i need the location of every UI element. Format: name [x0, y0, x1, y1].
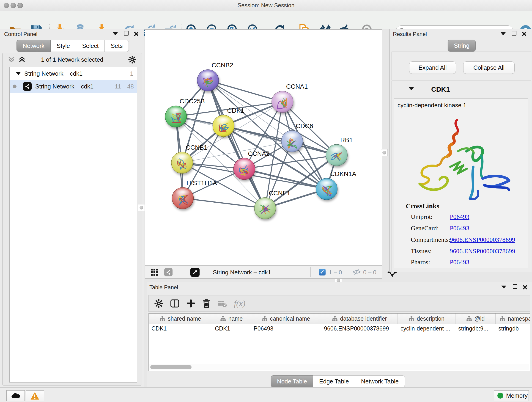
network-node-RB1[interactable]: RB1: [326, 136, 353, 166]
column-label: canonical name: [270, 315, 310, 322]
column-label: name: [228, 315, 243, 322]
cell-database-identifier[interactable]: 9606.ENSP00000378699: [321, 324, 398, 333]
show-columns-icon[interactable]: [170, 299, 179, 308]
memory-button[interactable]: Memory: [494, 390, 529, 401]
crosslink-tissues-link[interactable]: 9606.ENSP00000378699: [450, 248, 515, 255]
table-header-row: shared name name canon: [149, 313, 530, 324]
cell-canonical-name[interactable]: P06493: [251, 324, 321, 333]
function-builder-button: f(x): [234, 299, 245, 308]
tab-string[interactable]: String: [448, 40, 476, 51]
column-header-name[interactable]: name: [212, 313, 251, 324]
node-label-CDC25B: CDC25B: [180, 98, 205, 105]
cell-description[interactable]: cyclin-dependent ...: [398, 324, 456, 333]
table-panel-close-icon[interactable]: [522, 285, 527, 289]
node-label-CCNA2: CCNA2: [248, 150, 270, 157]
network-node-CDK1[interactable]: CDK1: [213, 107, 244, 137]
string-network-graph: CCNB2CCNA1CDC25BCDK1CDC6RB1CCNB1CCNA2CDK…: [145, 30, 382, 265]
create-column-plus-icon[interactable]: [186, 299, 196, 308]
results-panel-title: Results Panel: [393, 31, 427, 37]
string-view-icon[interactable]: [164, 268, 172, 276]
column-type-icon: [409, 316, 414, 322]
crosslink-compartments-link[interactable]: 9606.ENSP00000378699: [450, 236, 515, 243]
collection-expand-caret-icon[interactable]: [16, 72, 21, 75]
view-toolbar-separator: [348, 267, 348, 277]
grid-view-icon[interactable]: [151, 268, 158, 276]
control-panel-float-icon[interactable]: [124, 31, 128, 36]
network-node-CCNE1[interactable]: CCNE1: [254, 190, 291, 219]
node-label-CCNE1: CCNE1: [269, 190, 291, 197]
tab-node-table[interactable]: Node Table: [271, 375, 313, 387]
network-node-CCNA1[interactable]: CCNA1: [272, 83, 308, 113]
cloud-button[interactable]: [6, 390, 25, 401]
left-splitter-handle[interactable]: [138, 204, 145, 211]
column-header-id[interactable]: @id: [456, 313, 496, 324]
crosslink-genecard-link[interactable]: P06493: [450, 225, 469, 232]
scrollbar-thumb[interactable]: [150, 365, 191, 369]
selected-items-checkbox[interactable]: ✓: [319, 269, 326, 275]
results-panel-float-icon[interactable]: [512, 31, 516, 36]
table-panel-float-icon[interactable]: [513, 284, 517, 289]
tab-edge-table[interactable]: Edge Table: [313, 375, 355, 387]
column-header-namespace[interactable]: namespace: [496, 313, 530, 324]
network-edge-HIST1H1A-CCNE1[interactable]: [183, 198, 265, 208]
control-panel-close-icon[interactable]: [133, 32, 138, 36]
view-toolbar-separator: [181, 267, 181, 277]
network-collection-row[interactable]: String Network – cdk1 1: [10, 67, 137, 80]
warning-button[interactable]: [26, 390, 44, 401]
network-row-selected[interactable]: String Network – cdk1 11 48: [10, 80, 137, 93]
cell-namespace[interactable]: stringdb: [496, 324, 530, 333]
table-options-gear-icon[interactable]: [154, 299, 163, 308]
expand-all-button[interactable]: Expand All: [409, 61, 456, 74]
window-title: Session: New Session: [0, 0, 532, 11]
column-label: @id: [475, 315, 485, 322]
column-header-description[interactable]: description: [398, 313, 456, 324]
collapse-all-button[interactable]: Collapse All: [463, 61, 515, 74]
view-toolbar-separator: [310, 267, 311, 277]
column-type-icon: [466, 316, 472, 322]
node-label-RB1: RB1: [340, 136, 353, 143]
hidden-items-eye-icon[interactable]: [353, 269, 361, 275]
control-panel-title: Control Panel: [4, 31, 37, 37]
delete-column-trash-icon[interactable]: [202, 299, 211, 308]
protein-collapse-caret-icon[interactable]: [409, 87, 414, 90]
results-panel-tabs: String: [448, 40, 476, 51]
network-node-HIST1H1A[interactable]: HIST1H1A: [172, 179, 217, 209]
column-header-canonical-name[interactable]: canonical name: [251, 313, 321, 324]
right-splitter-handle[interactable]: [381, 149, 388, 156]
tab-sets[interactable]: Sets: [105, 40, 129, 52]
cell-shared-name[interactable]: CDK1: [149, 324, 212, 333]
cell-name[interactable]: CDK1: [212, 324, 251, 333]
tab-select[interactable]: Select: [76, 40, 105, 52]
crosslink-label: GeneCard:: [411, 225, 438, 232]
network-list: String Network – cdk1 1 String Network –…: [9, 67, 137, 383]
table-panel-menu-icon[interactable]: [501, 286, 506, 288]
column-header-database-identifier[interactable]: database identifier: [321, 313, 398, 324]
network-canvas[interactable]: CCNB2CCNA1CDC25BCDK1CDC6RB1CCNB1CCNA2CDK…: [145, 29, 382, 265]
network-options-gear-icon[interactable]: [128, 56, 136, 64]
tab-network[interactable]: Network: [17, 40, 51, 52]
crosslink-uniprot-link[interactable]: P06493: [450, 213, 469, 220]
tab-style[interactable]: Style: [51, 40, 76, 52]
string-network-icon: [23, 82, 32, 91]
network-edge-CDK1-RB1[interactable]: [223, 126, 336, 155]
column-type-icon: [262, 316, 268, 322]
main-toolbar: ?: [0, 11, 532, 29]
protein-section-header[interactable]: CDK1: [392, 81, 531, 98]
control-panel-menu-icon[interactable]: [113, 32, 118, 35]
column-header-shared-name[interactable]: shared name: [149, 313, 212, 324]
crosslink-pharos-link[interactable]: P06493: [450, 259, 469, 266]
network-edge-CCNB2-CCNE1[interactable]: [208, 80, 265, 208]
protein-details: cyclin-dependent kinase 1: [394, 98, 528, 268]
crosslink-label: Compartments:: [411, 236, 450, 243]
view-toolbar-separator: [383, 267, 383, 277]
network-node-CCNA2[interactable]: CCNA2: [234, 150, 270, 180]
results-panel-close-icon[interactable]: [521, 32, 526, 36]
cell-id[interactable]: stringdb:9...: [456, 324, 496, 333]
network-node-CDKN1A[interactable]: CDKN1A: [316, 170, 356, 200]
collection-label: String Network – cdk1: [24, 70, 82, 77]
node-label-CCNB1: CCNB1: [186, 144, 208, 151]
open-in-window-icon[interactable]: [190, 268, 200, 277]
results-panel-menu-icon[interactable]: [500, 32, 506, 35]
tab-network-table[interactable]: Network Table: [355, 375, 405, 387]
network-selection-status: 1 of 1 Network selected: [2, 56, 142, 63]
